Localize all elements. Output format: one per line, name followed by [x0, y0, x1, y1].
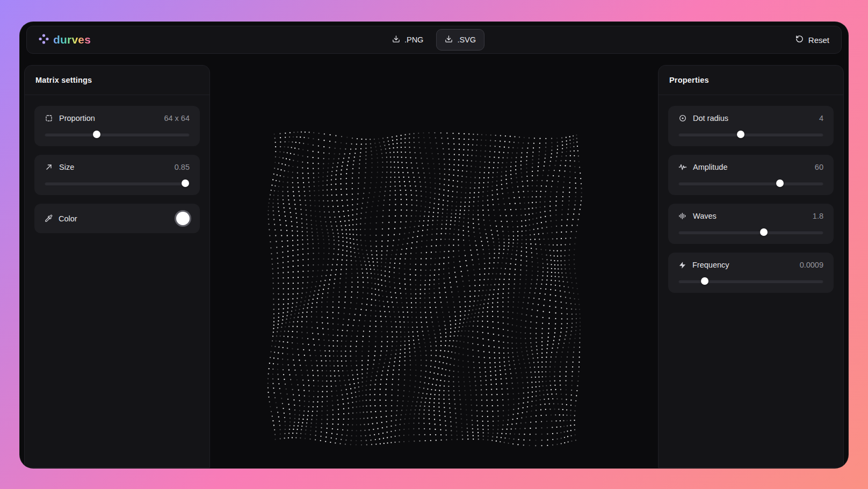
- export-buttons: .PNG .SVG: [384, 29, 484, 51]
- amplitude-label: Amplitude: [693, 163, 727, 171]
- proportion-slider[interactable]: [45, 131, 190, 138]
- color-picker-icon: [45, 214, 53, 222]
- dot-matrix-canvas: [210, 54, 659, 469]
- slider-thumb[interactable]: [776, 179, 784, 187]
- amplitude-slider[interactable]: [678, 179, 823, 187]
- properties-cards: Dot radius 4 Amplitude 60: [659, 95, 843, 304]
- proportion-value: 64 x 64: [164, 114, 190, 123]
- frequency-label: Frequency: [692, 261, 729, 269]
- dot-radius-icon: [678, 114, 687, 123]
- reset-icon: [795, 35, 804, 45]
- size-slider[interactable]: [45, 179, 190, 187]
- color-card: Color: [34, 204, 200, 233]
- logo-text: durves: [53, 33, 91, 46]
- dot-radius-card: Dot radius 4: [668, 106, 834, 146]
- matrix-settings-title: Matrix settings: [25, 66, 209, 95]
- waves-slider[interactable]: [678, 228, 823, 236]
- app-window: durves .PNG .SVG: [19, 21, 849, 469]
- color-label: Color: [59, 214, 77, 223]
- properties-title: Properties: [659, 66, 843, 95]
- reset-button[interactable]: Reset: [795, 35, 829, 45]
- dot-radius-slider[interactable]: [678, 131, 823, 138]
- slider-track[interactable]: [45, 133, 190, 136]
- export-svg-label: .SVG: [457, 35, 476, 44]
- size-label: Size: [59, 163, 74, 171]
- slider-track[interactable]: [678, 133, 823, 136]
- slider-track[interactable]: [678, 279, 823, 283]
- dot-radius-value: 4: [819, 114, 823, 123]
- matrix-settings-panel: Matrix settings Proportion 64 x 64: [24, 65, 210, 468]
- logo: durves: [39, 33, 91, 46]
- waves-icon: [678, 212, 687, 220]
- export-png-label: .PNG: [404, 35, 423, 44]
- slider-thumb[interactable]: [760, 228, 768, 236]
- proportion-label: Proportion: [59, 114, 95, 123]
- amplitude-value: 60: [815, 163, 823, 171]
- dot-radius-label: Dot radius: [693, 114, 728, 123]
- frequency-card: Frequency 0.0009: [668, 253, 834, 293]
- frequency-slider[interactable]: [678, 277, 823, 285]
- waves-label: Waves: [693, 212, 717, 220]
- size-value: 0.85: [175, 163, 190, 171]
- amplitude-icon: [678, 163, 687, 171]
- export-png-button[interactable]: .PNG: [384, 29, 432, 51]
- download-icon: [392, 35, 400, 45]
- export-svg-button[interactable]: .SVG: [436, 29, 484, 51]
- waves-value: 1.8: [813, 212, 823, 220]
- frequency-value: 0.0009: [800, 261, 823, 269]
- color-swatch[interactable]: [176, 212, 190, 225]
- frequency-icon: [678, 261, 686, 269]
- waves-card: Waves 1.8: [668, 204, 834, 244]
- slider-thumb[interactable]: [701, 277, 708, 285]
- download-icon: [445, 35, 453, 45]
- proportion-card: Proportion 64 x 64: [34, 106, 200, 146]
- slider-thumb[interactable]: [93, 131, 100, 138]
- reset-label: Reset: [808, 35, 829, 45]
- page-background: { "app": { "window_bg": "#0b0b0d" }, "ba…: [0, 0, 868, 489]
- slider-track[interactable]: [678, 182, 823, 185]
- slider-thumb[interactable]: [182, 179, 189, 187]
- slider-track[interactable]: [678, 231, 823, 234]
- slider-track[interactable]: [45, 182, 190, 185]
- slider-thumb[interactable]: [737, 131, 744, 138]
- matrix-settings-cards: Proportion 64 x 64 Size 0.85: [25, 95, 209, 244]
- size-card: Size 0.85: [34, 155, 200, 195]
- properties-panel: Properties Dot radius 4: [658, 65, 844, 468]
- proportion-icon: [45, 114, 53, 123]
- amplitude-card: Amplitude 60: [668, 155, 834, 195]
- size-icon: [45, 163, 53, 171]
- four-dots-logo-icon: [39, 34, 49, 46]
- titlebar: durves .PNG .SVG: [26, 26, 842, 54]
